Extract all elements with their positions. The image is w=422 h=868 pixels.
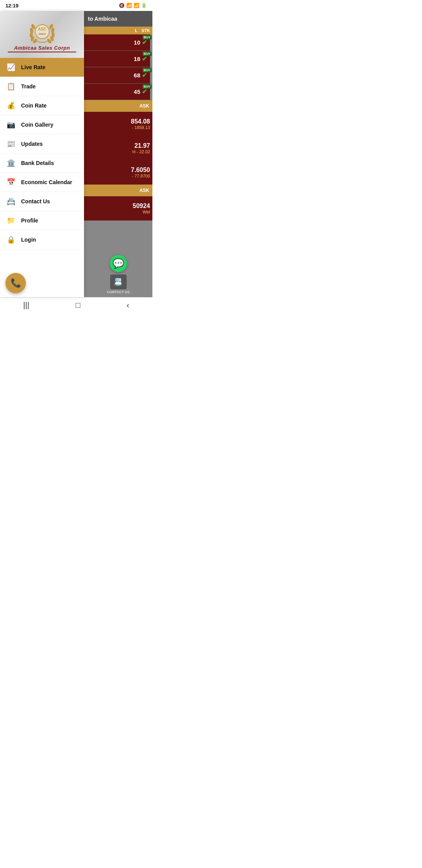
svg-text:SINCE: SINCE [38, 33, 45, 35]
sidebar-item-bank-details[interactable]: 🏛️ Bank Details [0, 154, 84, 173]
right-panel: to Ambicaa L STK 10 ✔ BUY 18 ✔ BUY 68 ✔ … [84, 11, 152, 297]
coin-rate-icon: 💰 [5, 100, 16, 111]
right-bottom: 💬 📇 CONTACT US [84, 252, 152, 297]
updates-icon: 📰 [5, 138, 16, 149]
table-row: 45 ✔ BUY [84, 84, 152, 100]
ask-label-2: ASK [84, 185, 152, 196]
col-l: L [135, 28, 138, 33]
brand-name: Ambicaa Sales Corpn [14, 45, 70, 51]
svg-text:ASC: ASC [38, 27, 46, 31]
coin-gallery-icon: 📷 [5, 119, 16, 130]
login-icon: 🔒 [5, 234, 16, 245]
updates-label: Updates [21, 141, 43, 147]
sidebar-item-economic-calendar[interactable]: 📅 Economic Calendar [0, 173, 84, 192]
battery-icon: 🔋 [141, 3, 147, 8]
phone-icon: 📞 [11, 278, 21, 288]
nav-home-button[interactable]: □ [68, 299, 88, 311]
sidebar-item-login[interactable]: 🔒 Login [0, 230, 84, 249]
nav-back-button[interactable]: ‹ [119, 299, 137, 311]
contact-us-label: Contact Us [21, 198, 50, 204]
ask-data-2: 21.97 H - 22.02 [84, 136, 152, 160]
economic-calendar-label: Economic Calendar [21, 179, 72, 185]
menu-list: 📈 Live Rate 📋 Trade 💰 Coin Rate 📷 Coin G… [0, 58, 84, 269]
economic-calendar-icon: 📅 [5, 177, 16, 188]
sidebar-item-profile[interactable]: 📁 Profile [0, 211, 84, 230]
whatsapp-button[interactable]: 💬 [110, 255, 127, 272]
coin-gallery-label: Coin Gallery [21, 122, 53, 128]
contact-us-icon: 📇 [110, 274, 127, 289]
contact-us-icon: 📇 [5, 196, 16, 207]
ask-data-1: 854.08 - 1858.13 [84, 112, 152, 136]
whatsapp-icon: 💬 [113, 258, 124, 269]
sidebar-item-coin-rate[interactable]: 💰 Coin Rate [0, 96, 84, 115]
bottom-nav: ||| □ ‹ [0, 297, 152, 313]
time: 12:19 [5, 3, 18, 9]
sidebar-item-live-rate[interactable]: 📈 Live Rate [0, 58, 84, 77]
right-header: to Ambicaa [84, 11, 152, 27]
signal-icon: 📶 [134, 3, 139, 8]
trade-label: Trade [21, 83, 36, 90]
ask-label-1: ASK [84, 100, 152, 112]
contact-us-button[interactable]: 📇 CONTACT US [107, 274, 129, 294]
bank-details-icon: 🏛️ [5, 158, 16, 169]
bank-details-label: Bank Details [21, 160, 54, 166]
logo-emblem: ASC SINCE [29, 18, 56, 43]
contact-us-label: CONTACT US [107, 290, 129, 294]
sidebar-item-updates[interactable]: 📰 Updates [0, 135, 84, 154]
wifi-icon: 📶 [126, 3, 132, 8]
table-header: L STK [84, 27, 152, 34]
sidebar-item-coin-gallery[interactable]: 📷 Coin Gallery [0, 115, 84, 135]
ask-data-3: 7.6050 - 77.8700 [84, 160, 152, 185]
sidebar-item-contact-us[interactable]: 📇 Contact Us [0, 192, 84, 211]
nav-recent-button[interactable]: ||| [15, 299, 37, 311]
trade-icon: 📋 [5, 81, 16, 92]
profile-icon: 📁 [5, 215, 16, 226]
right-header-text: to Ambicaa [88, 16, 117, 22]
logo-area: ASC SINCE Ambicaa Sales Corpn [0, 11, 84, 58]
live-rate-icon: 📈 [5, 62, 16, 73]
table-row: 68 ✔ BUY [84, 67, 152, 84]
sidebar-item-trade[interactable]: 📋 Trade [0, 77, 84, 96]
ask-data-4: 50924 Wel [84, 196, 152, 221]
table-row: 10 ✔ BUY [84, 34, 152, 51]
live-rate-label: Live Rate [21, 64, 45, 70]
right-rows: 10 ✔ BUY 18 ✔ BUY 68 ✔ BUY 45 ✔ BUY ASK … [84, 34, 152, 252]
table-row: 18 ✔ BUY [84, 51, 152, 67]
status-bar: 12:19 🔇 📶 📶 🔋 [0, 0, 152, 11]
coin-rate-label: Coin Rate [21, 102, 46, 109]
profile-label: Profile [21, 217, 38, 224]
logo-underline [8, 52, 77, 52]
status-icons: 🔇 📶 📶 🔋 [119, 3, 147, 8]
main-container: ASC SINCE Ambicaa Sales Corpn 📈 Live Rat… [0, 11, 152, 297]
login-label: Login [21, 237, 36, 243]
mute-icon: 🔇 [119, 3, 125, 8]
col-stk: STK [141, 28, 150, 33]
sidebar: ASC SINCE Ambicaa Sales Corpn 📈 Live Rat… [0, 11, 84, 297]
phone-button[interactable]: 📞 [5, 273, 26, 293]
